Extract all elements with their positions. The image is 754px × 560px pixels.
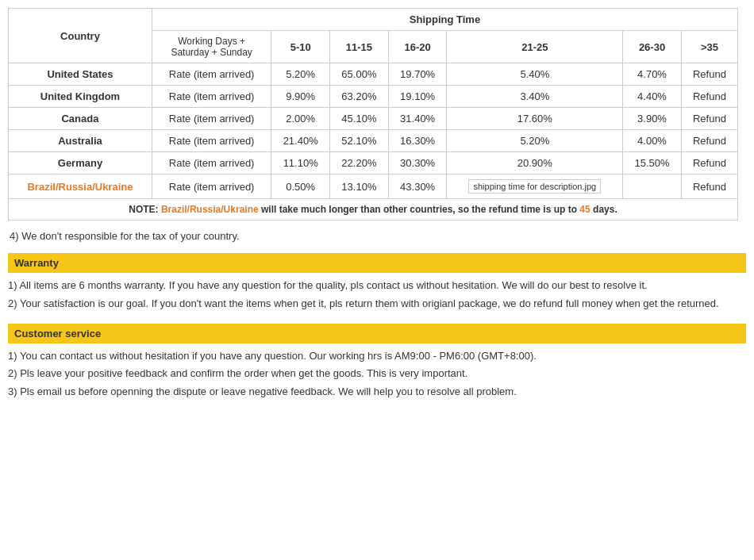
note-days: 45 [579,204,590,215]
warranty-header: Warranty [8,253,746,273]
warranty-line-2: 2) Your satisfaction is our goal. If you… [8,296,746,313]
range-gt35-header: >35 [681,31,737,63]
pct-5-10: 0.50% [271,175,330,199]
range-11-15-header: 11-15 [330,31,389,63]
pct-26-30: 15.50% [623,152,682,175]
rate-cell: Rate (item arrived) [152,86,271,108]
pct-gt35: Refund [681,152,737,175]
pct-16-20: 19.10% [388,86,447,108]
pct-gt35: Refund [681,175,737,199]
pct-gt35: Refund [681,108,737,130]
country-cell: Canada [9,108,152,130]
pct-16-20: 19.70% [388,63,447,86]
pct-16-20: 30.30% [388,152,447,175]
customer-service-content: 1) You can contact us without hesitation… [8,348,746,401]
pct-16-20: 31.40% [388,108,447,130]
note-text: will take much longer than other countri… [259,204,580,215]
tax-note: 4) We don't responsible for the tax of y… [8,230,746,242]
workdays-header: Working Days +Saturday + Sunday [152,31,271,63]
range-26-30-header: 26-30 [623,31,682,63]
pct-gt35: Refund [681,63,737,86]
range-21-25-header: 21-25 [447,31,623,63]
shipping-table: Country Shipping Time Working Days +Satu… [8,8,738,221]
pct-21-25: 5.20% [447,130,623,152]
pct-gt35: Refund [681,130,737,152]
rate-cell: Rate (item arrived) [152,108,271,130]
table-row: Australia Rate (item arrived) 21.40% 52.… [9,130,738,152]
rate-cell: Rate (item arrived) [152,175,271,199]
pct-11-15: 22.20% [330,152,389,175]
pct-26-30 [623,175,682,199]
table-row-highlight: Brazil/Russia/Ukraine Rate (item arrived… [9,175,738,199]
pct-26-30: 4.70% [623,63,682,86]
customer-service-line-3: 3) Pls email us before openning the disp… [8,384,746,401]
pct-16-20: 16.30% [388,130,447,152]
country-cell: Germany [9,152,152,175]
pct-21-25: 5.40% [447,63,623,86]
pct-16-20: 43.30% [388,175,447,199]
table-note-row: NOTE: Brazil/Russia/Ukraine will take mu… [9,199,738,221]
country-header: Country [9,9,152,63]
pct-26-30: 4.40% [623,86,682,108]
tooltip-image-label: shipping time for description.jpg [468,179,601,194]
pct-21-25: 20.90% [447,152,623,175]
country-cell: United Kingdom [9,86,152,108]
rate-cell: Rate (item arrived) [152,130,271,152]
pct-5-10: 2.00% [271,108,330,130]
pct-11-15: 52.10% [330,130,389,152]
pct-gt35: Refund [681,86,737,108]
customer-service-header: Customer service [8,324,746,343]
pct-5-10: 5.20% [271,63,330,86]
pct-21-25: 3.40% [447,86,623,108]
rate-cell: Rate (item arrived) [152,63,271,86]
country-cell: Australia [9,130,152,152]
shipping-time-header: Shipping Time [152,9,737,31]
warranty-line-1: 1) All items are 6 months warranty. If y… [8,278,746,294]
pct-5-10: 11.10% [271,152,330,175]
table-row: United Kingdom Rate (item arrived) 9.90%… [9,86,738,108]
range-5-10-header: 5-10 [271,31,330,63]
pct-21-25: 17.60% [447,108,623,130]
customer-service-line-1: 1) You can contact us without hesitation… [8,348,746,365]
table-row: Canada Rate (item arrived) 2.00% 45.10% … [9,108,738,130]
note-prefix: NOTE: [129,204,161,215]
pct-21-25-tooltip: shipping time for description.jpg [447,175,623,199]
pct-26-30: 3.90% [623,108,682,130]
pct-5-10: 9.90% [271,86,330,108]
pct-11-15: 65.00% [330,63,389,86]
customer-service-line-2: 2) Pls leave your positive feedback and … [8,366,746,382]
country-cell-highlight: Brazil/Russia/Ukraine [9,175,152,199]
note-highlight-text: Brazil/Russia/Ukraine [161,204,259,215]
pct-26-30: 4.00% [623,130,682,152]
table-row: United States Rate (item arrived) 5.20% … [9,63,738,86]
table-note: NOTE: Brazil/Russia/Ukraine will take mu… [9,199,738,221]
range-16-20-header: 16-20 [388,31,447,63]
pct-5-10: 21.40% [271,130,330,152]
note-suffix: days. [591,204,617,215]
pct-11-15: 63.20% [330,86,389,108]
rate-cell: Rate (item arrived) [152,152,271,175]
warranty-content: 1) All items are 6 months warranty. If y… [8,278,746,313]
country-cell: United States [9,63,152,86]
table-row: Germany Rate (item arrived) 11.10% 22.20… [9,152,738,175]
pct-11-15: 13.10% [330,175,389,199]
pct-11-15: 45.10% [330,108,389,130]
